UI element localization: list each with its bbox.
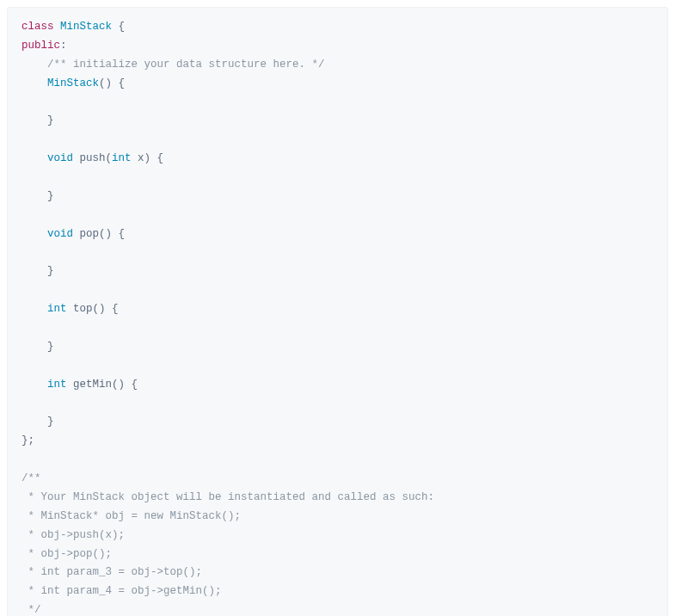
pop-decl: pop() { xyxy=(73,228,125,240)
brace-open: { xyxy=(112,21,125,33)
usage-comment-line: * obj->pop(); xyxy=(21,548,112,560)
class-name: MinStack xyxy=(60,21,112,33)
usage-comment-line: * int param_3 = obj->top(); xyxy=(21,566,202,578)
usage-comment-line: */ xyxy=(21,604,41,616)
close-brace: } xyxy=(47,114,54,126)
keyword-void: void xyxy=(47,228,73,240)
getmin-decl: getMin() { xyxy=(67,379,138,391)
usage-comment-line: * MinStack* obj = new MinStack(); xyxy=(21,510,241,522)
top-decl: top() { xyxy=(67,303,119,315)
close-brace: } xyxy=(47,265,54,277)
keyword-int-param: int xyxy=(112,152,132,164)
usage-comment-line: * int param_4 = obj->getMin(); xyxy=(21,585,222,597)
end-braces: }; xyxy=(21,434,34,447)
keyword-void: void xyxy=(47,152,73,164)
usage-comment-line: * obj->push(x); xyxy=(21,529,125,541)
push-decl-after: x) { xyxy=(132,152,164,164)
comment-init: /** initialize your data structure here.… xyxy=(47,59,325,71)
constructor-name: MinStack xyxy=(47,77,99,89)
push-decl-open: push( xyxy=(73,152,112,164)
close-brace: } xyxy=(47,190,54,202)
usage-comment-line: /** xyxy=(21,472,41,484)
colon: : xyxy=(60,40,67,52)
keyword-int: int xyxy=(47,379,67,391)
usage-comment-line: * Your MinStack object will be instantia… xyxy=(21,491,434,503)
keyword-public: public xyxy=(21,40,60,52)
keyword-class: class xyxy=(21,21,54,33)
code-block: class MinStack { public: /** initialize … xyxy=(7,7,668,616)
close-brace: } xyxy=(47,341,54,353)
keyword-int: int xyxy=(47,303,67,315)
ctor-decl: () { xyxy=(99,77,125,89)
close-brace: } xyxy=(47,416,54,428)
